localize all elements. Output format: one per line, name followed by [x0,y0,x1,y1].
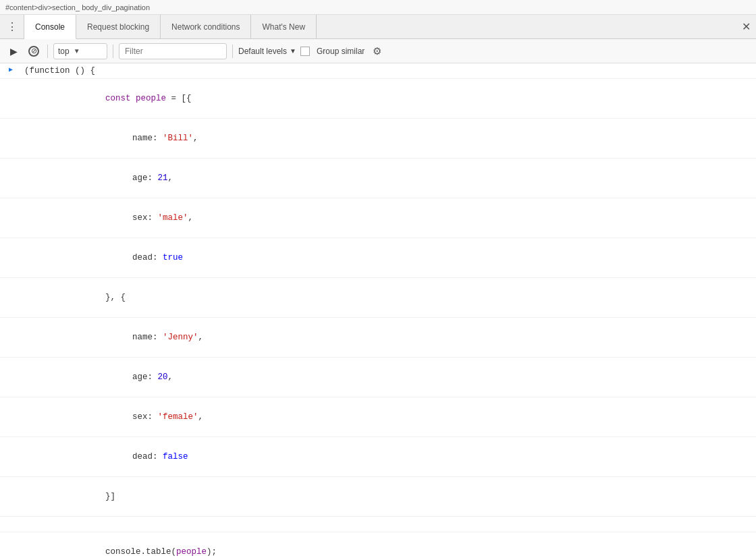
code-line-2: const people = [{ [0,79,756,119]
tab-console[interactable]: Console [24,15,76,39]
gear-icon: ⚙ [373,45,381,57]
line-content-13: console.table(people); [22,533,756,560]
tab-whats-new[interactable]: What's New [251,15,317,38]
block-icon: ⊘ [28,46,39,57]
line-gutter-6 [0,239,22,240]
tab-request-blocking-label: Request blocking [87,22,149,32]
code-line-3: name: 'Bill', [0,119,756,159]
line-gutter-9 [0,358,22,360]
line-content-5: sex: 'male', [22,199,756,237]
toolbar-separator-2 [113,45,113,58]
line-gutter-blank [0,517,22,519]
code-line-1: ▶ (function () { [0,63,756,79]
line-content-2: const people = [{ [22,80,756,117]
line-gutter-8 [0,318,22,320]
line-gutter-7 [0,279,22,280]
settings-button[interactable]: ⚙ [369,43,385,59]
line-gutter-4 [0,159,22,161]
context-selector[interactable]: top ▼ [53,43,107,59]
execute-button[interactable]: ▶ [5,43,22,59]
tab-console-label: Console [35,22,65,32]
block-button[interactable]: ⊘ [26,43,42,59]
toolbar-separator [47,45,48,58]
line-content-1: (function () { [22,64,756,78]
line-gutter-12 [0,478,22,479]
line-content-6: dead: true [22,239,756,277]
code-line-9: age: 20, [0,358,756,397]
expand-arrow[interactable]: ▶ [9,65,13,74]
line-content-7: }, { [22,279,756,316]
line-content-11: dead: false [22,438,756,476]
console-output-area: ▶ (function () { const people = [{ name:… [0,63,756,560]
line-content-9: age: 20, [22,358,756,396]
console-toolbar: ▶ ⊘ top ▼ Default levels ▼ Group similar… [0,39,756,63]
default-levels-label: Default levels [238,47,287,56]
console-output[interactable]: ▶ (function () { const people = [{ name:… [0,63,756,560]
tab-network-conditions-label: Network conditions [171,22,240,32]
context-dropdown-icon: ▼ [74,47,80,55]
line-gutter-11 [0,438,22,439]
line-gutter-10 [0,398,22,399]
line-content-blank [22,517,756,531]
filter-input[interactable] [119,43,227,59]
close-icon: ✕ [742,20,751,33]
line-gutter-3 [0,119,22,121]
code-line-7: }, { [0,278,756,318]
group-similar-checkbox[interactable] [300,47,310,56]
breadcrumb-bar: #content>div>section_ body_div_paginatio… [0,0,756,15]
context-value: top [58,47,70,56]
breadcrumb-text: #content>div>section_ body_div_paginatio… [5,3,154,11]
default-levels-dropdown[interactable]: Default levels ▼ [238,47,296,56]
code-line-5: sex: 'male', [0,198,756,238]
line-gutter-13 [0,533,22,534]
group-similar-label: Group similar [317,47,364,56]
code-line-10: sex: 'female', [0,397,756,437]
line-content-3: name: 'Bill', [22,119,756,157]
tab-network-conditions[interactable]: Network conditions [161,15,251,38]
menu-dots-icon: ⋮ [7,20,18,33]
code-line-11: dead: false [0,437,756,477]
line-content-4: age: 21, [22,159,756,197]
line-gutter-2 [0,80,22,81]
line-gutter-5 [0,199,22,200]
tab-menu-button[interactable]: ⋮ [0,15,24,38]
line-gutter: ▶ [0,64,22,74]
code-line-6: dead: true [0,238,756,278]
tab-whats-new-label: What's New [262,22,305,32]
code-line-12: }] [0,477,756,517]
tab-bar: ⋮ Console Request blocking Network condi… [0,15,756,39]
code-line-blank [0,517,756,532]
toolbar-separator-3 [232,45,233,58]
play-icon: ▶ [10,46,18,57]
code-line-13: console.table(people); [0,532,756,560]
code-line-8: name: 'Jenny', [0,318,756,358]
code-line-4: age: 21, [0,159,756,198]
levels-dropdown-icon: ▼ [290,47,296,55]
tab-request-blocking[interactable]: Request blocking [76,15,161,38]
line-content-8: name: 'Jenny', [22,318,756,356]
line-content-10: sex: 'female', [22,398,756,436]
close-panel-button[interactable]: ✕ [736,15,756,38]
line-content-12: }] [22,478,756,515]
